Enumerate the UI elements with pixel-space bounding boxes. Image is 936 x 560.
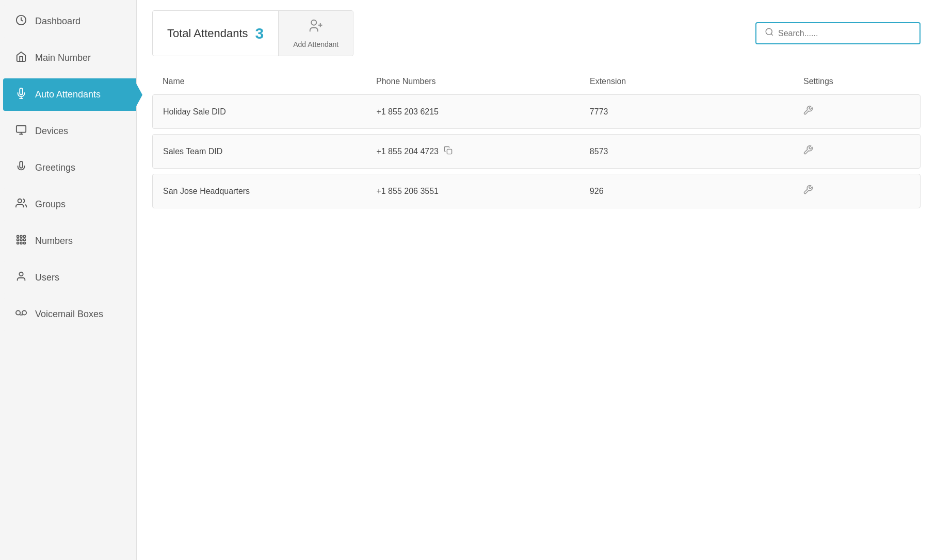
svg-rect-7 xyxy=(24,236,26,238)
main-number-icon xyxy=(14,51,28,65)
row-extension: 7773 xyxy=(590,107,803,117)
sidebar-item-auto-attendants[interactable]: Auto Attendants xyxy=(3,78,136,111)
svg-point-16 xyxy=(22,310,26,315)
phone-cell: +1 855 204 4723 xyxy=(376,146,589,157)
col-header-name: Name xyxy=(163,77,376,86)
row-phone: +1 855 203 6215 xyxy=(376,107,439,117)
svg-rect-13 xyxy=(24,242,26,244)
svg-rect-12 xyxy=(20,242,22,244)
row-phone: +1 855 204 4723 xyxy=(376,147,439,156)
sidebar-item-label: Numbers xyxy=(35,236,73,246)
search-input[interactable] xyxy=(778,29,911,38)
greetings-icon xyxy=(14,161,28,175)
sidebar-item-dashboard[interactable]: Dashboard xyxy=(3,5,133,38)
add-attendant-icon xyxy=(308,18,324,37)
svg-rect-5 xyxy=(17,236,19,238)
sidebar-item-voicemail-boxes[interactable]: Voicemail Boxes xyxy=(3,298,133,331)
sidebar-item-users[interactable]: Users xyxy=(3,261,133,294)
row-extension: 926 xyxy=(590,187,803,196)
main-content: Total Attendants 3 Add Attendant xyxy=(137,0,936,560)
sidebar-item-numbers[interactable]: Numbers xyxy=(3,225,133,257)
sidebar-item-groups[interactable]: Groups xyxy=(3,188,133,221)
col-header-settings: Settings xyxy=(803,77,910,86)
total-attendants: Total Attendants 3 xyxy=(153,11,279,56)
settings-wrench-icon[interactable] xyxy=(803,185,910,197)
groups-icon xyxy=(14,197,28,211)
table-headers: Name Phone Numbers Extension Settings xyxy=(152,72,921,91)
copy-icon[interactable] xyxy=(444,146,453,157)
settings-wrench-icon[interactable] xyxy=(803,105,910,118)
sidebar-item-label: Dashboard xyxy=(35,16,80,27)
sidebar-item-main-number[interactable]: Main Number xyxy=(3,42,133,74)
svg-rect-8 xyxy=(17,239,19,241)
auto-attendants-icon xyxy=(14,88,28,102)
svg-rect-6 xyxy=(20,236,22,238)
table-row: San Jose Headquarters +1 855 206 3551 92… xyxy=(152,174,921,208)
svg-line-22 xyxy=(771,34,772,35)
numbers-icon xyxy=(14,234,28,248)
row-name: Sales Team DID xyxy=(163,147,376,156)
svg-rect-23 xyxy=(447,149,451,154)
sidebar: Dashboard Main Number Auto Attendants xyxy=(0,0,137,560)
svg-rect-11 xyxy=(17,242,19,244)
svg-point-18 xyxy=(311,20,316,25)
svg-point-4 xyxy=(18,199,22,203)
search-box xyxy=(755,22,921,44)
sidebar-item-label: Voicemail Boxes xyxy=(35,309,103,320)
sidebar-item-label: Auto Attendants xyxy=(35,89,101,100)
add-attendant-button[interactable]: Add Attendant xyxy=(279,11,353,56)
devices-icon xyxy=(14,124,28,138)
sidebar-item-label: Devices xyxy=(35,126,68,137)
sidebar-item-devices[interactable]: Devices xyxy=(3,115,133,147)
svg-point-15 xyxy=(16,310,20,315)
row-phone: +1 855 206 3551 xyxy=(376,187,439,196)
svg-rect-10 xyxy=(24,239,26,241)
search-icon xyxy=(765,27,774,39)
total-attendants-label: Total Attendants xyxy=(167,27,248,40)
dashboard-icon xyxy=(14,14,28,28)
row-name: Holiday Sale DID xyxy=(163,107,376,117)
col-header-phone: Phone Numbers xyxy=(376,77,590,86)
sidebar-item-label: Groups xyxy=(35,199,66,210)
row-extension: 8573 xyxy=(590,147,803,156)
svg-rect-1 xyxy=(17,126,26,133)
row-name: San Jose Headquarters xyxy=(163,187,376,196)
sidebar-item-label: Main Number xyxy=(35,53,91,63)
phone-cell: +1 855 206 3551 xyxy=(376,187,589,196)
voicemail-boxes-icon xyxy=(14,307,28,321)
settings-wrench-icon[interactable] xyxy=(803,145,910,158)
svg-point-14 xyxy=(19,272,23,276)
table-row: Holiday Sale DID +1 855 203 6215 7773 xyxy=(152,94,921,129)
total-attendants-count: 3 xyxy=(255,25,264,42)
phone-cell: +1 855 203 6215 xyxy=(376,107,589,117)
sidebar-item-label: Greetings xyxy=(35,162,75,173)
top-bar: Total Attendants 3 Add Attendant xyxy=(152,10,921,56)
users-icon xyxy=(14,271,28,285)
attendants-summary: Total Attendants 3 Add Attendant xyxy=(152,10,353,56)
sidebar-item-greetings[interactable]: Greetings xyxy=(3,152,133,184)
col-header-extension: Extension xyxy=(590,77,803,86)
table-row: Sales Team DID +1 855 204 4723 8573 xyxy=(152,134,921,169)
sidebar-item-label: Users xyxy=(35,272,59,283)
svg-rect-9 xyxy=(20,239,22,241)
svg-point-21 xyxy=(766,28,772,35)
add-attendant-label: Add Attendant xyxy=(293,40,338,48)
